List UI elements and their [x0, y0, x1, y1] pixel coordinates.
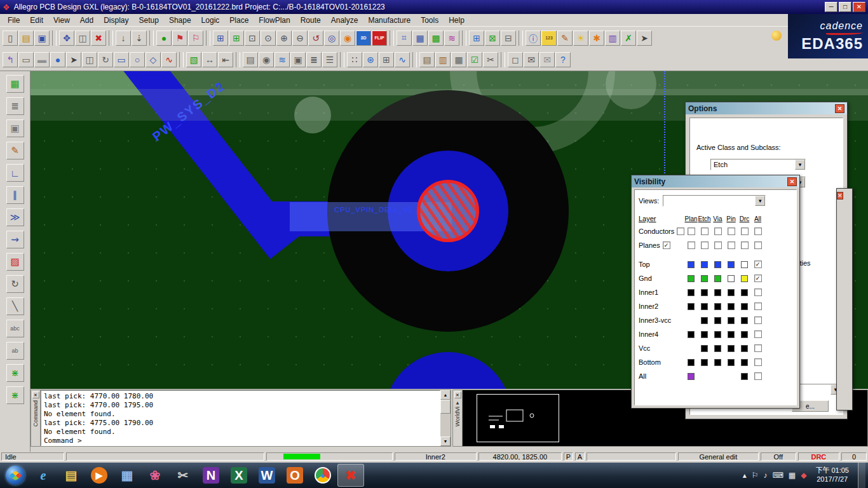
dot-tool-icon[interactable]: ●	[50, 52, 65, 67]
visibility-checkbox[interactable]	[754, 372, 762, 380]
visibility-checkbox[interactable]	[741, 241, 749, 249]
route-bus-icon[interactable]: ≫	[6, 208, 24, 226]
layer-color-swatch[interactable]	[688, 303, 695, 310]
internet-explorer-taskbar-button[interactable]: e	[30, 464, 57, 487]
layer-color-swatch[interactable]	[714, 275, 721, 282]
layer-color-swatch[interactable]	[701, 303, 708, 310]
hidden-icons-icon[interactable]: ▴	[743, 471, 747, 480]
scroll-down-icon[interactable]: ▼	[440, 437, 451, 446]
spin-icon[interactable]: ↻	[98, 52, 113, 67]
dimension-linear-icon[interactable]: ↔	[202, 52, 217, 67]
cut-scissors-icon[interactable]: ✂	[483, 52, 498, 67]
nc-drill-icon[interactable]: ◉	[259, 52, 274, 67]
drc-label-field[interactable]: DRC	[798, 452, 840, 461]
layer-color-swatch[interactable]	[701, 261, 708, 268]
visibility-checkbox[interactable]	[688, 227, 695, 235]
active-layer-field[interactable]: Inner2	[395, 452, 477, 461]
alert-badge-icon[interactable]: ◆	[801, 471, 806, 480]
layer-color-swatch[interactable]	[701, 331, 708, 338]
menu-file[interactable]: File	[3, 15, 25, 26]
options-title-bar[interactable]: Options ✕	[686, 102, 847, 114]
show-desktop-button[interactable]	[858, 463, 865, 488]
redraw-icon[interactable]: ◉	[340, 30, 355, 46]
network-icon[interactable]: ▦	[789, 471, 796, 480]
visibility-checkbox[interactable]	[754, 288, 762, 296]
etch-edit-icon[interactable]: ✎	[6, 142, 24, 159]
layer-color-swatch[interactable]	[714, 261, 721, 268]
settings-gear-icon[interactable]: ✱	[589, 30, 604, 46]
chevron-down-icon[interactable]: ▾	[795, 159, 805, 170]
layer-color-swatch[interactable]	[741, 345, 748, 352]
image-viewer-taskbar-button[interactable]: ❀	[142, 464, 168, 487]
open-drawing-icon[interactable]: ▤	[18, 30, 34, 46]
visibility-checkbox[interactable]	[754, 241, 762, 249]
layer-color-swatch[interactable]	[714, 289, 721, 296]
visibility-group-checkbox[interactable]	[677, 227, 684, 235]
layer-color-swatch[interactable]	[728, 345, 735, 352]
options-close-button[interactable]: ✕	[835, 104, 844, 113]
visibility-checkbox[interactable]	[701, 241, 709, 249]
layer-color-swatch[interactable]	[741, 275, 748, 282]
library-book-icon[interactable]: ▥	[435, 52, 451, 67]
numbering-123-icon[interactable]: 123	[541, 30, 557, 46]
add-rats-icon[interactable]: ↓	[116, 30, 131, 46]
copy-icon[interactable]: ◫	[75, 30, 90, 46]
layer-color-swatch[interactable]	[741, 359, 748, 366]
layer-color-swatch[interactable]	[714, 317, 721, 324]
worldview-close-button[interactable]: ✕	[454, 391, 461, 398]
verify-check-icon[interactable]: ☑	[467, 52, 482, 67]
highlight-brush-icon[interactable]: ✎	[557, 30, 573, 46]
column-view-icon[interactable]: ▥	[605, 30, 620, 46]
visibility-checkbox[interactable]	[754, 316, 762, 324]
layer-color-swatch[interactable]	[728, 289, 735, 296]
docked-panel-close-button[interactable]: ✕	[837, 192, 843, 200]
layer-color-swatch[interactable]	[741, 261, 748, 268]
media-player-taskbar-button[interactable]: ▶	[86, 464, 112, 487]
layer-color-swatch[interactable]	[728, 331, 735, 338]
visibility-checkbox[interactable]	[754, 330, 762, 338]
shape-circular-icon[interactable]: ○	[130, 52, 145, 67]
archive-icon[interactable]: ▦	[451, 52, 466, 67]
fanout-top-icon[interactable]: ⋇	[6, 364, 24, 382]
command-scrollbar[interactable]: ▲ ▼	[440, 390, 451, 446]
visibility-checkbox[interactable]	[714, 227, 722, 235]
visibility-checkbox[interactable]	[728, 241, 735, 249]
calculator-taskbar-button[interactable]: ▦	[114, 464, 140, 487]
zoom-out-icon[interactable]: ⊖	[292, 30, 308, 46]
menu-manufacture[interactable]: Manufacture	[363, 15, 416, 26]
action-flag-icon[interactable]: ⚐	[752, 471, 759, 480]
flip-design-icon[interactable]: FLIP	[372, 30, 387, 46]
zoom-fit-icon[interactable]: ⊙	[261, 30, 276, 46]
new-drawing-icon[interactable]: ▯	[3, 30, 18, 46]
shape-polygon-icon[interactable]: ◇	[146, 52, 161, 67]
a-button[interactable]: A	[575, 452, 585, 461]
layer-color-swatch[interactable]	[701, 359, 708, 366]
zoom-world-icon[interactable]: ◎	[324, 30, 339, 46]
layer-color-swatch[interactable]	[688, 331, 695, 338]
grid-toggle-icon[interactable]: ⊞	[229, 30, 244, 46]
fix-icon[interactable]: ●	[156, 30, 172, 46]
chevron-down-icon[interactable]: ▾	[755, 196, 765, 206]
spin-tool-icon[interactable]: ↻	[6, 275, 24, 293]
visibility-checkbox-checked[interactable]: ✓	[754, 274, 762, 282]
visibility-checkbox[interactable]	[728, 227, 735, 235]
start-button-taskbar-button[interactable]	[2, 464, 29, 487]
visibility-checkbox[interactable]	[754, 227, 762, 235]
onenote-taskbar-button[interactable]: N	[198, 464, 224, 487]
menu-analyze[interactable]: Analyze	[326, 15, 363, 26]
layer-color-swatch[interactable]	[688, 275, 695, 282]
views-dropdown[interactable]: ▾	[663, 195, 766, 207]
menu-view[interactable]: View	[48, 15, 75, 26]
command-output[interactable]: last pick: 4770.00 1780.00last pick: 477…	[41, 390, 440, 446]
menu-tools[interactable]: Tools	[416, 15, 444, 26]
select-cancel-icon[interactable]: ➤	[637, 30, 652, 46]
help-icon[interactable]: ?	[555, 52, 571, 67]
chrome-taskbar-button[interactable]: ●	[309, 464, 336, 487]
shape-rectangular-icon[interactable]: ▭	[114, 52, 129, 67]
techfile-icon[interactable]: ⊠	[485, 30, 500, 46]
variants-icon[interactable]: ⊟	[501, 30, 516, 46]
scroll-thumb[interactable]	[440, 400, 451, 414]
stream-out-icon[interactable]: ≋	[275, 52, 290, 67]
ripple-edit-icon[interactable]: ∿	[161, 52, 177, 67]
minimize-button[interactable]: ─	[825, 2, 837, 12]
